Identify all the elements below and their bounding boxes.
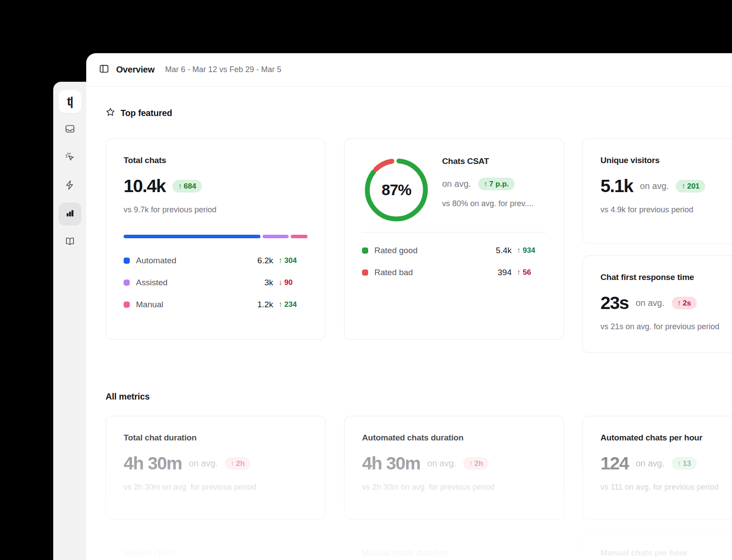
card-missed-chats: Missed chats	[106, 531, 326, 560]
arrow-up-icon: ↑	[278, 256, 282, 265]
right-card-column: Unique visitors 5.1k on avg. ↑201 vs 4.9…	[582, 138, 732, 353]
comparison-text: vs 2h 30m on avg. for previous period	[362, 483, 546, 492]
page-content: Top featured Total chats 10.4k ↑684 vs 9…	[86, 107, 732, 560]
top-featured-heading: Top featured	[106, 107, 732, 119]
legend-delta: ↓ 90	[278, 278, 307, 287]
legend-chip	[124, 302, 130, 308]
sidebar-item-flows[interactable]	[59, 175, 81, 197]
legend-chip	[362, 247, 368, 254]
card-title: Chats CSAT	[442, 156, 534, 166]
arrow-up-icon: ↑	[681, 182, 685, 190]
date-range[interactable]: Mar 6 - Mar 12 vs Feb 29 - Mar 5	[165, 65, 281, 74]
sidebar: t|	[53, 82, 86, 560]
all-metrics-cards: Total chat duration 4h 30m on avg. ↑2h v…	[106, 416, 732, 560]
lightning-icon	[65, 180, 75, 192]
sidebar-item-analytics[interactable]	[59, 203, 81, 225]
metric-value: 4h 30m	[124, 453, 182, 474]
sidebar-item-automation[interactable]	[59, 146, 81, 169]
card-title: Automated chats duration	[362, 433, 546, 443]
card-manual-chats-duration: Manual chats duration	[344, 531, 564, 560]
comparison-text: vs 2h 30m on avg. for previous period	[124, 483, 307, 492]
card-total-chats: Total chats 10.4k ↑684 vs 9.7k for previ…	[106, 138, 326, 340]
legend-chip	[124, 258, 130, 264]
delta-badge: ↑2s	[672, 297, 697, 309]
legend-delta: ↑ 304	[278, 256, 307, 265]
page-title: Overview	[116, 65, 154, 75]
donut-center-value: 87%	[362, 156, 431, 224]
bar-segment-assisted	[263, 235, 289, 238]
arrow-up-icon: ↑	[677, 299, 681, 307]
legend: Automated 6.2k ↑ 304 Assisted 3k ↓ 90 Ma…	[124, 250, 307, 316]
arrow-up-icon: ↑	[178, 182, 182, 190]
delta-badge: ↑684	[172, 180, 202, 193]
inbox-icon	[65, 124, 75, 136]
on-avg-label: on avg.	[427, 458, 456, 469]
card-unique-visitors: Unique visitors 5.1k on avg. ↑201 vs 4.9…	[582, 138, 732, 244]
card-title: Chat first response time	[600, 273, 732, 282]
metric-value: 4h 30m	[362, 453, 420, 474]
all-metrics-heading: All metrics	[106, 392, 732, 402]
legend-row: Rated bad 394 ↑ 56	[362, 262, 546, 284]
metric-value: 10.4k	[124, 176, 165, 196]
delta-badge: ↑13	[672, 457, 697, 470]
sidebar-item-knowledge[interactable]	[59, 231, 81, 254]
app-logo-text: t|	[67, 95, 73, 109]
app-logo[interactable]: t|	[59, 90, 81, 113]
bar-chart-icon	[65, 208, 75, 220]
click-spark-icon	[65, 152, 75, 164]
arrow-up-icon: ↑	[677, 460, 681, 467]
delta-badge: ↑2h	[225, 457, 250, 470]
arrow-up-icon: ↑	[278, 300, 282, 309]
card-title: Manual chats per hour	[600, 548, 732, 558]
card-title: Automated chats per hour	[600, 433, 732, 443]
stacked-bar-chart	[124, 235, 307, 238]
arrow-up-icon: ↑	[484, 180, 488, 188]
legend-delta: ↑ 234	[278, 300, 307, 309]
divider	[362, 232, 546, 233]
card-chats-csat: 87% Chats CSAT on avg. ↑7 p.p. vs 80% on…	[344, 138, 564, 340]
comparison-text: vs 80% on avg. for prev....	[442, 199, 534, 208]
delta-badge: ↑201	[676, 180, 705, 193]
sidebar-item-inbox[interactable]	[59, 118, 81, 141]
legend-row: Automated 6.2k ↑ 304	[124, 250, 307, 272]
card-automated-chats-per-hour: Automated chats per hour 124 on avg. ↑13…	[582, 416, 732, 520]
legend-row: Manual 1.2k ↑ 234	[124, 294, 307, 316]
card-chat-first-response-time: Chat first response time 23s on avg. ↑2s…	[582, 255, 732, 353]
on-avg-label: on avg.	[636, 458, 665, 469]
app-window: Overview Mar 6 - Mar 12 vs Feb 29 - Mar …	[86, 53, 732, 560]
delta-badge: ↑7 p.p.	[478, 178, 515, 190]
book-icon	[65, 236, 75, 248]
legend-chip	[124, 280, 130, 286]
card-title: Manual chats duration	[362, 548, 546, 558]
card-title: Total chats	[124, 156, 307, 165]
arrow-up-icon: ↑	[231, 460, 234, 467]
panel-toggle-icon[interactable]	[99, 63, 110, 76]
legend-delta: ↑ 56	[517, 268, 546, 277]
card-automated-chats-duration: Automated chats duration 4h 30m on avg. …	[344, 416, 564, 520]
legend-row: Rated good 5.4k ↑ 934	[362, 240, 546, 262]
card-title: Unique visitors	[600, 156, 732, 165]
metric-value: 23s	[600, 293, 629, 313]
card-title: Total chat duration	[124, 433, 307, 443]
legend-chip	[362, 269, 368, 276]
bar-segment-automated	[124, 235, 260, 238]
card-manual-chats-per-hour: Manual chats per hour	[582, 531, 732, 560]
metric-value: 124	[600, 453, 629, 474]
on-avg-label: on avg.	[636, 298, 665, 308]
bar-segment-manual	[291, 235, 307, 238]
on-avg-label: on avg.	[442, 179, 471, 189]
csat-donut-chart: 87%	[362, 156, 431, 224]
legend-delta: ↑ 934	[517, 246, 546, 255]
comparison-text: vs 9.7k for previous period	[124, 205, 307, 215]
top-featured-cards: Total chats 10.4k ↑684 vs 9.7k for previ…	[106, 138, 732, 353]
delta-badge: ↑2h	[463, 457, 489, 470]
section-title: Top featured	[121, 108, 172, 118]
star-icon	[106, 107, 115, 119]
legend: Rated good 5.4k ↑ 934 Rated bad 394 ↑ 56	[362, 240, 546, 284]
comparison-text: vs 4.9k for previous period	[600, 205, 732, 215]
on-avg-label: on avg.	[189, 458, 218, 469]
comparison-text: vs 111 on avg. for previous period	[600, 483, 732, 492]
on-avg-label: on avg.	[640, 181, 669, 191]
card-total-chat-duration: Total chat duration 4h 30m on avg. ↑2h v…	[106, 416, 326, 520]
arrow-down-icon: ↓	[278, 278, 282, 287]
